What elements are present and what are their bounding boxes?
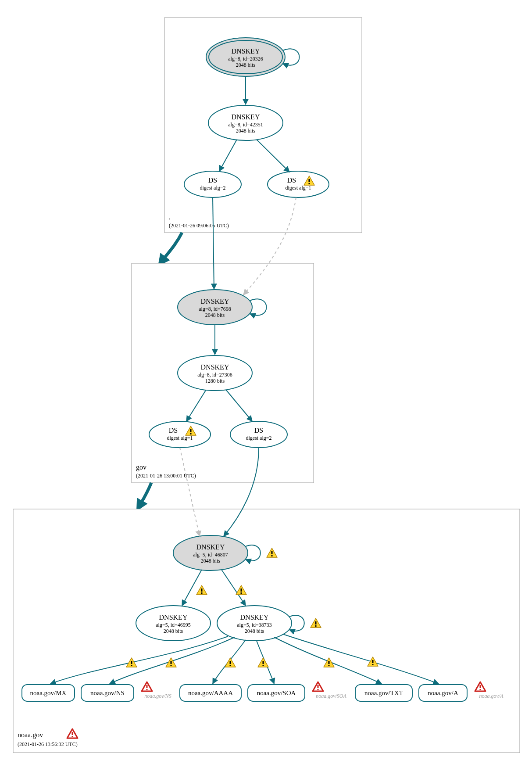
svg-text:noaa.gov/A: noaa.gov/A xyxy=(428,689,458,696)
leaf-soa: noaa.gov/SOA xyxy=(248,685,305,701)
svg-text:noaa.gov/MX: noaa.gov/MX xyxy=(30,689,67,696)
svg-text:DNSKEY: DNSKEY xyxy=(159,614,188,621)
svg-text:alg=8, id=42351: alg=8, id=42351 xyxy=(228,122,263,128)
svg-text:DNSKEY: DNSKEY xyxy=(196,543,225,551)
svg-text:DNSKEY: DNSKEY xyxy=(232,47,260,55)
svg-text:DNSKEY: DNSKEY xyxy=(232,113,260,121)
zone-noaa-ts: (2021-01-26 13:56:32 UTC) xyxy=(18,741,78,747)
svg-text:DNSKEY: DNSKEY xyxy=(201,363,229,371)
svg-point-29 xyxy=(149,421,211,448)
zone-noaa-name: noaa.gov xyxy=(18,731,43,739)
svg-text:digest alg=2: digest alg=2 xyxy=(246,435,271,441)
zone-root-name: . xyxy=(169,213,171,221)
leaf-aaaa: noaa.gov/AAAA xyxy=(180,685,241,701)
svg-text:DS: DS xyxy=(208,176,217,184)
svg-text:DNSKEY: DNSKEY xyxy=(201,298,229,305)
leaf-a: noaa.gov/A xyxy=(419,685,467,701)
svg-text:digest alg=1: digest alg=1 xyxy=(285,185,311,191)
zone-root-ts: (2021-01-26 09:06:05 UTC) xyxy=(169,222,229,229)
svg-text:noaa.gov/SOA: noaa.gov/SOA xyxy=(316,693,346,699)
zone-gov-name: gov xyxy=(136,463,146,471)
svg-text:noaa.gov/A: noaa.gov/A xyxy=(479,693,504,699)
svg-text:DS: DS xyxy=(287,176,296,184)
node-root-ds1: DS digest alg=1 xyxy=(268,171,329,197)
leaf-mx: noaa.gov/MX xyxy=(22,685,75,701)
svg-text:alg=5, id=46807: alg=5, id=46807 xyxy=(193,552,228,558)
zone-root: . (2021-01-26 09:06:05 UTC) DNSKEY alg=8… xyxy=(164,18,362,233)
leaf-ns: noaa.gov/NS xyxy=(81,685,134,701)
svg-text:noaa.gov/AAAA: noaa.gov/AAAA xyxy=(188,689,233,696)
svg-text:2048 bits: 2048 bits xyxy=(236,128,256,134)
svg-text:noaa.gov/TXT: noaa.gov/TXT xyxy=(364,689,403,696)
svg-text:digest alg=1: digest alg=1 xyxy=(167,435,193,441)
delegation-arrow-root-gov xyxy=(160,233,182,263)
svg-text:alg=5, id=46995: alg=5, id=46995 xyxy=(156,622,191,628)
node-gov-ds1: DS digest alg=1 xyxy=(149,421,211,448)
svg-text:alg=8, id=20326: alg=8, id=20326 xyxy=(228,56,263,62)
svg-text:digest alg=2: digest alg=2 xyxy=(200,185,225,191)
svg-text:alg=8, id=7698: alg=8, id=7698 xyxy=(199,306,231,312)
dnssec-diagram: . (2021-01-26 09:06:05 UTC) DNSKEY alg=8… xyxy=(0,0,532,775)
svg-point-14 xyxy=(184,171,241,197)
svg-text:DS: DS xyxy=(169,427,178,434)
svg-text:1280 bits: 1280 bits xyxy=(205,378,225,384)
zone-gov-ts: (2021-01-26 13:00:01 UTC) xyxy=(136,473,196,479)
svg-point-17 xyxy=(268,171,329,197)
svg-text:alg=8, id=27306: alg=8, id=27306 xyxy=(197,372,232,378)
node-root-ds2: DS digest alg=2 xyxy=(184,171,241,197)
svg-point-32 xyxy=(230,421,287,448)
zone-gov: gov (2021-01-26 13:00:01 UTC) DNSKEY alg… xyxy=(132,197,314,483)
svg-text:2048 bits: 2048 bits xyxy=(164,628,183,634)
delegation-arrow-gov-noaa xyxy=(138,483,151,508)
zone-noaa: noaa.gov (2021-01-26 13:56:32 UTC) DNSKE… xyxy=(13,448,520,753)
node-noaa-zsk1: DNSKEY alg=5, id=46995 2048 bits xyxy=(136,606,211,641)
node-gov-zsk: DNSKEY alg=8, id=27306 1280 bits xyxy=(178,355,252,391)
svg-text:2048 bits: 2048 bits xyxy=(205,312,225,318)
svg-text:DNSKEY: DNSKEY xyxy=(240,614,269,621)
svg-text:noaa.gov/NS: noaa.gov/NS xyxy=(90,689,125,696)
node-root-zsk: DNSKEY alg=8, id=42351 2048 bits xyxy=(208,105,283,140)
leaf-txt: noaa.gov/TXT xyxy=(355,685,412,701)
node-gov-ds2: DS digest alg=2 xyxy=(230,421,287,448)
svg-text:DS: DS xyxy=(254,427,263,434)
svg-text:2048 bits: 2048 bits xyxy=(201,558,221,564)
svg-text:noaa.gov/SOA: noaa.gov/SOA xyxy=(257,689,296,696)
svg-text:alg=5, id=38733: alg=5, id=38733 xyxy=(237,622,272,628)
svg-text:2048 bits: 2048 bits xyxy=(245,628,264,634)
svg-text:2048 bits: 2048 bits xyxy=(236,62,256,68)
svg-text:noaa.gov/NS: noaa.gov/NS xyxy=(144,693,171,699)
